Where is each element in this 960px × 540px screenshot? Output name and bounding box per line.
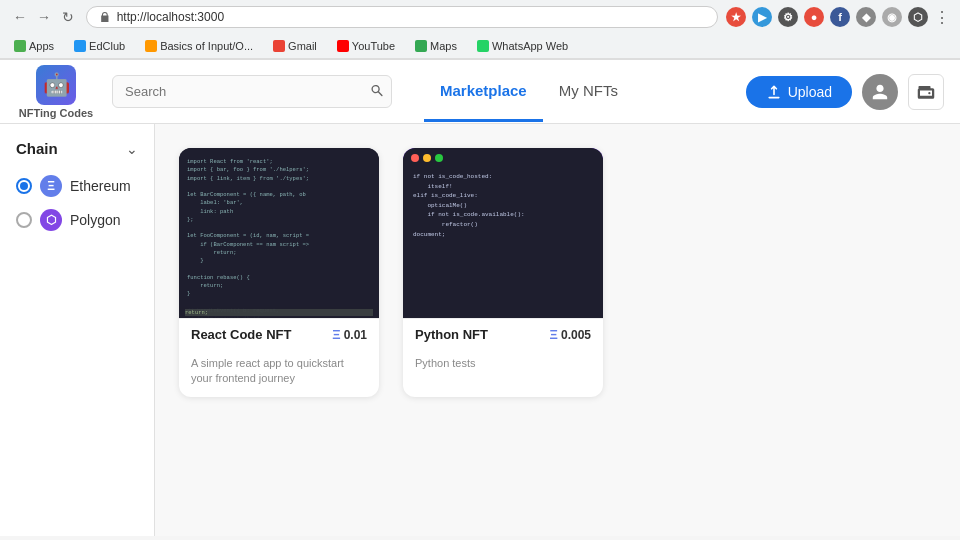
ext-icon-grey[interactable]: ◆ — [856, 7, 876, 27]
bookmark-basics[interactable]: Basics of Input/O... — [141, 38, 257, 54]
nft-info-python: Python NFT Ξ 0.005 — [403, 318, 603, 356]
ext-icon-1[interactable]: ★ — [726, 7, 746, 27]
react-code-preview: import React from 'react'; import { bar,… — [179, 148, 379, 318]
search-button[interactable] — [370, 83, 384, 100]
maps-icon — [415, 40, 427, 52]
tab-marketplace[interactable]: Marketplace — [424, 62, 543, 122]
bookmark-maps[interactable]: Maps — [411, 38, 461, 54]
wallet-icon — [917, 83, 935, 101]
polygon-logo: ⬡ — [40, 209, 62, 231]
edclub-icon — [74, 40, 86, 52]
logo-image: 🤖 — [36, 65, 76, 105]
browser-toolbar: ← → ↻ http://localhost:3000 ★ ▶ ⚙ ● f ◆ … — [0, 0, 960, 34]
ext-icon-blue[interactable]: f — [830, 7, 850, 27]
ethereum-logo: Ξ — [40, 175, 62, 197]
ext-icon-red[interactable]: ● — [804, 7, 824, 27]
header: 🤖 NFTing Codes Marketplace My NFTs Uploa… — [0, 60, 960, 124]
bookmark-whatsapp[interactable]: WhatsApp Web — [473, 38, 572, 54]
react-highlight-line: return; — [179, 307, 379, 318]
chain-option-ethereum[interactable]: Ξ Ethereum — [16, 169, 138, 203]
bookmark-apps[interactable]: Apps — [10, 38, 58, 54]
search-icon — [370, 83, 384, 97]
nft-image-react: import React from 'react'; import { bar,… — [179, 148, 379, 318]
nav-forward-button[interactable]: → — [34, 7, 54, 27]
nft-title-row-python: Python NFT Ξ 0.005 — [415, 327, 591, 342]
browser-chrome: ← → ↻ http://localhost:3000 ★ ▶ ⚙ ● f ◆ … — [0, 0, 960, 60]
nft-content: import React from 'react'; import { bar,… — [155, 124, 960, 536]
avatar-button[interactable] — [862, 74, 898, 110]
dot-green — [435, 154, 443, 162]
chevron-down-icon: ⌄ — [126, 141, 138, 157]
browser-nav-buttons: ← → ↻ — [10, 7, 78, 27]
youtube-icon — [337, 40, 349, 52]
eth-symbol-react: Ξ — [332, 327, 340, 342]
user-icon — [871, 83, 889, 101]
address-input[interactable]: http://localhost:3000 — [117, 10, 705, 24]
apps-icon — [14, 40, 26, 52]
nft-image-python: if not is_code_hosted: itself! elif is_c… — [403, 148, 603, 318]
polygon-radio[interactable] — [16, 212, 32, 228]
upload-button[interactable]: Upload — [746, 76, 852, 108]
nav-reload-button[interactable]: ↻ — [58, 7, 78, 27]
lock-icon — [99, 11, 111, 23]
ext-icon-dark[interactable]: ⬡ — [908, 7, 928, 27]
address-bar[interactable]: http://localhost:3000 — [86, 6, 718, 28]
ext-icon-2[interactable]: ▶ — [752, 7, 772, 27]
tab-my-nfts[interactable]: My NFTs — [543, 62, 634, 122]
nft-title-python: Python NFT — [415, 327, 488, 342]
search-bar — [112, 75, 392, 108]
nav-tabs: Marketplace My NFTs — [424, 62, 634, 122]
nft-grid: import React from 'react'; import { bar,… — [179, 148, 936, 397]
ext-icon-3[interactable]: ⚙ — [778, 7, 798, 27]
nft-card-python[interactable]: if not is_code_hosted: itself! elif is_c… — [403, 148, 603, 397]
nft-title-row-react: React Code NFT Ξ 0.01 — [191, 327, 367, 342]
nft-description-python: Python tests — [403, 356, 603, 381]
logo-text: NFTing Codes — [19, 107, 93, 119]
nft-description-react: A simple react app to quickstart your fr… — [179, 356, 379, 397]
upload-icon — [766, 84, 782, 100]
bookmarks-bar: Apps EdClub Basics of Input/O... Gmail Y… — [0, 34, 960, 59]
logo[interactable]: 🤖 NFTing Codes — [16, 65, 96, 119]
polygon-label: Polygon — [70, 212, 121, 228]
dot-yellow — [423, 154, 431, 162]
nft-title-react: React Code NFT — [191, 327, 291, 342]
ethereum-label: Ethereum — [70, 178, 131, 194]
main-content: Chain ⌄ Ξ Ethereum ⬡ Polygon — [0, 124, 960, 536]
bookmark-edclub[interactable]: EdClub — [70, 38, 129, 54]
basics-icon — [145, 40, 157, 52]
chain-section-title: Chain — [16, 140, 58, 157]
browser-extension-icons: ★ ▶ ⚙ ● f ◆ ◉ ⬡ ⋮ — [726, 7, 950, 27]
whatsapp-icon — [477, 40, 489, 52]
nft-price-react: Ξ 0.01 — [332, 327, 367, 342]
dot-red — [411, 154, 419, 162]
gmail-icon — [273, 40, 285, 52]
python-code-preview: if not is_code_hosted: itself! elif is_c… — [403, 148, 603, 318]
nft-card-react[interactable]: import React from 'react'; import { bar,… — [179, 148, 379, 397]
ethereum-radio[interactable] — [16, 178, 32, 194]
wallet-button[interactable] — [908, 74, 944, 110]
bookmark-youtube[interactable]: YouTube — [333, 38, 399, 54]
sidebar: Chain ⌄ Ξ Ethereum ⬡ Polygon — [0, 124, 155, 536]
logo-icon: 🤖 — [43, 72, 70, 98]
chain-option-polygon[interactable]: ⬡ Polygon — [16, 203, 138, 237]
nft-info-react: React Code NFT Ξ 0.01 — [179, 318, 379, 356]
nav-back-button[interactable]: ← — [10, 7, 30, 27]
header-actions: Upload — [746, 74, 944, 110]
browser-menu-button[interactable]: ⋮ — [934, 8, 950, 27]
nft-price-python: Ξ 0.005 — [550, 327, 591, 342]
ext-icon-light[interactable]: ◉ — [882, 7, 902, 27]
chain-section-header[interactable]: Chain ⌄ — [16, 140, 138, 157]
eth-symbol-python: Ξ — [550, 327, 558, 342]
terminal-dots-python — [411, 154, 443, 162]
bookmark-gmail[interactable]: Gmail — [269, 38, 321, 54]
app: 🤖 NFTing Codes Marketplace My NFTs Uploa… — [0, 60, 960, 536]
search-input[interactable] — [112, 75, 392, 108]
